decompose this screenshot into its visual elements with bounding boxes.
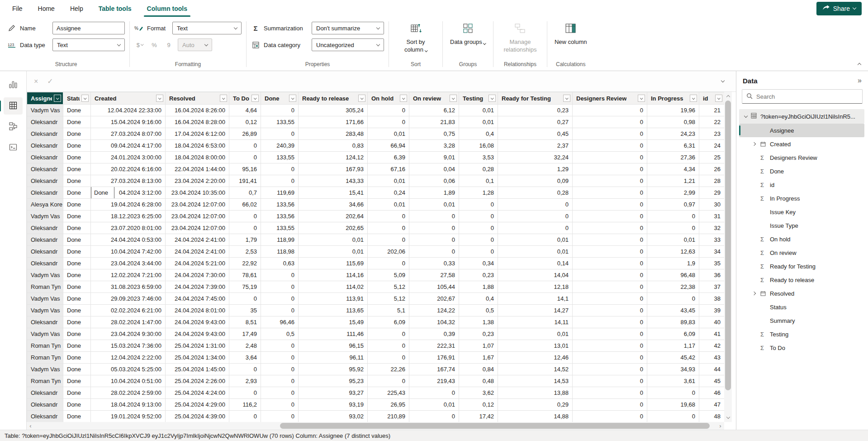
cell[interactable]: 0 bbox=[229, 140, 261, 152]
cell[interactable]: 222,31 bbox=[409, 340, 459, 352]
column-header-on-hold[interactable]: On hold bbox=[368, 92, 409, 105]
cell[interactable]: 0 bbox=[573, 163, 647, 175]
column-header-on-review[interactable]: On review bbox=[409, 92, 459, 105]
cell[interactable]: 41 bbox=[699, 328, 725, 340]
cell[interactable]: 0,5 bbox=[261, 328, 299, 340]
cell[interactable]: 27,36 bbox=[647, 152, 699, 163]
cell[interactable]: 0,34 bbox=[459, 258, 498, 269]
field-item-testing[interactable]: ΣTesting bbox=[739, 327, 864, 341]
cell[interactable]: 34,66 bbox=[299, 199, 368, 211]
column-header-assignee[interactable]: Assignee bbox=[27, 92, 63, 105]
cell[interactable]: 0 bbox=[573, 399, 647, 411]
cell[interactable]: 0 bbox=[368, 258, 409, 269]
cell-edit-box[interactable]: Done bbox=[91, 187, 114, 199]
cell[interactable]: 21 bbox=[699, 105, 725, 116]
column-header-designers-review[interactable]: Designers Review bbox=[573, 92, 647, 105]
cell[interactable]: 22,92 bbox=[229, 258, 261, 269]
cell[interactable]: 12,63 bbox=[647, 246, 699, 258]
cell[interactable]: 0 bbox=[229, 293, 261, 305]
collapse-ribbon-icon[interactable] bbox=[858, 63, 861, 67]
cell[interactable]: 66,94 bbox=[368, 140, 409, 152]
cell[interactable]: 118,99 bbox=[261, 234, 299, 246]
field-item-on-review[interactable]: ΣOn review bbox=[739, 246, 864, 259]
cell[interactable]: 32 bbox=[699, 222, 725, 234]
cell[interactable]: 25.04.2024 1:45:00 bbox=[166, 364, 229, 375]
cell[interactable]: 0 bbox=[573, 199, 647, 211]
data-category-dropdown[interactable]: Uncategorized bbox=[312, 38, 384, 51]
cell[interactable]: 0 bbox=[459, 211, 498, 222]
cell[interactable]: 39 bbox=[699, 305, 725, 316]
cell[interactable]: 0,48 bbox=[459, 375, 498, 387]
vertical-scroll-thumb[interactable] bbox=[725, 101, 731, 390]
cell[interactable]: 0,28 bbox=[498, 187, 573, 199]
cell[interactable]: 0 bbox=[647, 411, 699, 422]
cell[interactable]: Oleksandr bbox=[27, 316, 63, 328]
cell[interactable]: 31 bbox=[699, 211, 725, 222]
field-item-status[interactable]: Status bbox=[739, 300, 864, 314]
cell[interactable]: 0,23 bbox=[459, 328, 498, 340]
cell[interactable]: 0 bbox=[498, 222, 573, 234]
cell[interactable]: 29.09.2023 7:46:00 bbox=[91, 293, 166, 305]
cell[interactable]: 5,1 bbox=[368, 305, 409, 316]
cell[interactable]: 24,23 bbox=[647, 128, 699, 140]
cell[interactable]: 96,15 bbox=[299, 340, 368, 352]
cell[interactable]: Roman Tyn bbox=[27, 340, 63, 352]
filter-icon[interactable] bbox=[156, 95, 163, 102]
cell[interactable]: 23.07.2020 8:01:00 bbox=[91, 222, 166, 234]
filter-icon[interactable] bbox=[563, 95, 570, 102]
cell[interactable]: 0 bbox=[368, 375, 409, 387]
cell[interactable]: 1,9 bbox=[647, 258, 699, 269]
cell[interactable]: Oleksandr bbox=[27, 234, 63, 246]
cell[interactable]: 96,46 bbox=[261, 316, 299, 328]
cell[interactable]: 22,26 bbox=[368, 364, 409, 375]
cell[interactable]: 0 bbox=[261, 364, 299, 375]
tab-file[interactable]: File bbox=[5, 0, 30, 17]
summarization-dropdown[interactable]: Don't summarize bbox=[312, 22, 384, 34]
share-button[interactable]: Share bbox=[816, 2, 862, 15]
cell[interactable]: 14,1 bbox=[498, 293, 573, 305]
cell[interactable]: 0 bbox=[368, 222, 409, 234]
cell[interactable]: 16.04.2024 8:26:00 bbox=[166, 105, 229, 116]
cell[interactable]: 35 bbox=[229, 305, 261, 316]
cell[interactable]: 15.04.2024 9:16:00 bbox=[91, 116, 166, 128]
filter-icon[interactable] bbox=[489, 95, 496, 102]
cell[interactable]: 34,93 bbox=[647, 364, 699, 375]
cell[interactable]: 0 bbox=[573, 293, 647, 305]
cell[interactable]: 219,43 bbox=[409, 375, 459, 387]
cell[interactable]: 0 bbox=[573, 187, 647, 199]
cell[interactable]: 95,16 bbox=[229, 163, 261, 175]
cell[interactable]: 43 bbox=[699, 352, 725, 364]
cell[interactable]: 19.01.2024 9:52:00 bbox=[91, 411, 166, 422]
field-item-designers-review[interactable]: ΣDesigners Review bbox=[739, 151, 864, 164]
cell[interactable]: 105,44 bbox=[409, 281, 459, 293]
cell[interactable]: 0 bbox=[573, 340, 647, 352]
cell[interactable]: 0 bbox=[409, 246, 459, 258]
cell[interactable]: 0,01 bbox=[299, 234, 368, 246]
cell[interactable]: 118,98 bbox=[261, 246, 299, 258]
cell[interactable]: 44 bbox=[699, 364, 725, 375]
cell[interactable]: 0 bbox=[368, 105, 409, 116]
cell[interactable]: 6,12 bbox=[409, 105, 459, 116]
filter-icon[interactable] bbox=[715, 95, 722, 102]
cell[interactable]: 113,65 bbox=[299, 305, 368, 316]
cell[interactable]: 25.04.2024 4:24:00 bbox=[166, 387, 229, 399]
cell[interactable]: 133,56 bbox=[261, 199, 299, 211]
cell[interactable]: 0 bbox=[229, 411, 261, 422]
field-item-ready-to-release[interactable]: ΣReady to release bbox=[739, 273, 864, 287]
cell[interactable]: 23.04.2024 12:07:00 bbox=[166, 199, 229, 211]
cell[interactable]: Done bbox=[63, 246, 91, 258]
cell[interactable]: 0,28 bbox=[459, 163, 498, 175]
data-type-dropdown[interactable]: Text bbox=[52, 38, 125, 51]
cell[interactable]: 0,4 bbox=[459, 128, 498, 140]
cell[interactable]: 0 bbox=[368, 234, 409, 246]
column-header-id[interactable]: id bbox=[699, 92, 725, 105]
cell[interactable]: 0 bbox=[573, 281, 647, 293]
cell[interactable]: Vadym Vas bbox=[27, 269, 63, 281]
cell[interactable]: Done bbox=[63, 375, 91, 387]
cell[interactable]: 24.04.2024 2:41:00 bbox=[166, 246, 229, 258]
cell[interactable]: 45 bbox=[699, 375, 725, 387]
cell[interactable]: 176,91 bbox=[409, 352, 459, 364]
vertical-scrollbar[interactable] bbox=[724, 92, 732, 422]
cell[interactable]: 14,52 bbox=[498, 364, 573, 375]
cell[interactable]: 1,67 bbox=[459, 352, 498, 364]
